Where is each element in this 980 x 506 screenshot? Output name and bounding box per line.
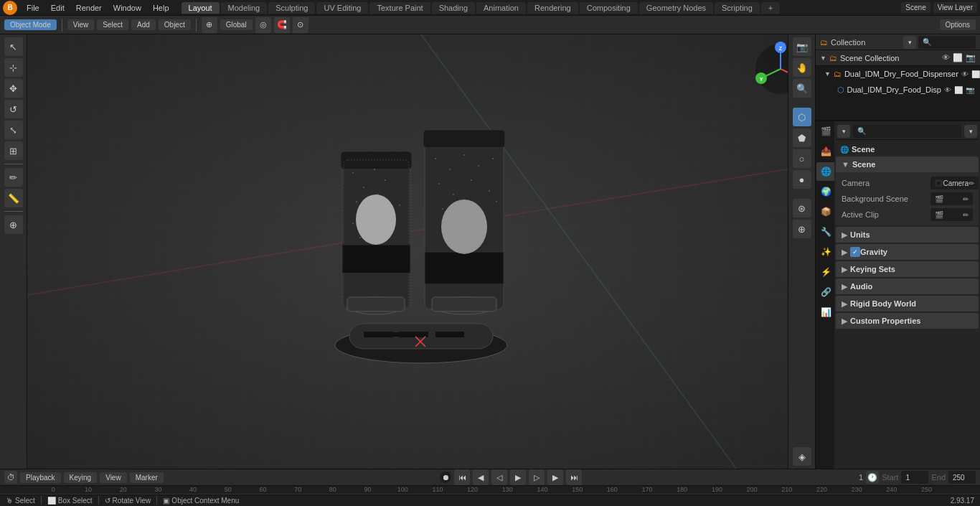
tool-cursor[interactable]: ⊹ [4, 58, 23, 77]
menu-render[interactable]: Render [71, 2, 107, 14]
props-options-btn[interactable]: ▾ [964, 125, 977, 138]
mode-selector[interactable]: Object Mode [4, 19, 57, 30]
workspace-tab-sculpting[interactable]: Sculpting [268, 2, 315, 14]
tool-scale[interactable]: ⤡ [4, 121, 23, 139]
camera-value[interactable]: ■ Camera ✏ [930, 177, 979, 189]
rigid-body-header[interactable]: ▶ Rigid Body World [836, 296, 979, 311]
props-filter-btn[interactable]: ▾ [837, 125, 850, 138]
tool-move[interactable]: ✥ [4, 79, 23, 98]
menu-help[interactable]: Help [148, 2, 174, 14]
workspace-tab-compositing[interactable]: Compositing [580, 2, 638, 14]
item-render-1[interactable]: 📷 [966, 86, 974, 94]
props-tab-output[interactable]: 📤 [816, 142, 835, 161]
vp-shading-material[interactable]: ○ [793, 149, 811, 168]
playback-btn[interactable]: Playback [20, 472, 61, 483]
outliner-search[interactable]: 🔍 [918, 36, 976, 49]
vp-xray[interactable]: ◈ [793, 447, 811, 466]
frame-clock-icon[interactable]: 🕐 [866, 471, 879, 484]
pivot-icon[interactable]: ◎ [255, 17, 271, 33]
next-keyframe-btn[interactable]: ▷ [529, 469, 545, 485]
marker-btn[interactable]: Marker [130, 472, 164, 483]
workspace-tab-texture[interactable]: Texture Paint [369, 2, 430, 14]
vp-shading-wire[interactable]: ⬡ [793, 108, 811, 126]
start-frame-input[interactable]: 1 [901, 471, 928, 484]
props-tab-constraints[interactable]: 🔗 [816, 283, 835, 301]
scene-subsection-header[interactable]: ▼ Scene [836, 156, 979, 172]
workspace-tab-rendering[interactable]: Rendering [527, 2, 578, 14]
vp-gizmo[interactable]: ⊕ [793, 220, 811, 238]
camera-edit-icon[interactable]: ✏ [969, 179, 974, 187]
keying-sets-header[interactable]: ▶ Keying Sets [836, 261, 979, 277]
prev-keyframe-btn[interactable]: ◁ [491, 469, 507, 485]
end-frame-input[interactable]: 250 [948, 471, 976, 484]
scene-select-icon[interactable]: ⬜ [953, 53, 963, 62]
tool-transform[interactable]: ⊞ [4, 141, 23, 160]
props-tab-scene[interactable]: 🌐 [816, 162, 835, 181]
outliner-item-0[interactable]: ▼ 🗂 Dual_IDM_Dry_Food_Dispenser 👁 ⬜ 📷 [816, 66, 980, 82]
workspace-tab-add[interactable]: + [761, 2, 780, 14]
play-btn[interactable]: ▶ [510, 469, 526, 485]
prev-frame-btn[interactable]: ◀ [473, 469, 489, 485]
proportional-icon[interactable]: ⊙ [293, 17, 308, 33]
workspace-tab-shading[interactable]: Shading [432, 2, 475, 14]
active-clip-value[interactable]: 🎬 ✏ [930, 208, 973, 221]
outliner-filter[interactable]: ▾ [903, 36, 916, 49]
background-scene-edit[interactable]: ✏ [963, 195, 969, 203]
item-select-1[interactable]: ⬜ [954, 86, 963, 94]
outliner-item-1[interactable]: ⬡ Dual_IDM_Dry_Food_Disp 👁 ⬜ 📷 [816, 82, 980, 98]
scene-collection-row[interactable]: ▼ 🗂 Scene Collection 👁 ⬜ 📷 [816, 50, 980, 66]
props-tab-physics[interactable]: ⚡ [816, 263, 835, 281]
jump-end-btn[interactable]: ⏭ [566, 469, 582, 485]
workspace-tab-modeling[interactable]: Modeling [221, 2, 268, 14]
props-tab-object[interactable]: 📦 [816, 202, 835, 221]
props-tab-particles[interactable]: ✨ [816, 243, 835, 261]
next-frame-btn[interactable]: ▶ [547, 469, 563, 485]
tool-add[interactable]: ⊕ [4, 215, 23, 234]
scene-eye-icon[interactable]: 👁 [942, 53, 950, 62]
tool-rotate[interactable]: ↺ [4, 100, 23, 118]
vp-shading-solid[interactable]: ⬟ [793, 128, 811, 147]
tool-annotate[interactable]: ✏ [4, 168, 23, 187]
custom-props-header[interactable]: ▶ Custom Properties [836, 313, 979, 329]
object-menu[interactable]: Object [159, 19, 191, 30]
workspace-tab-uv[interactable]: UV Editing [316, 2, 368, 14]
viewport-3d[interactable]: User Perspective (1) Scene Collection [27, 34, 815, 469]
select-menu[interactable]: Select [97, 19, 128, 30]
scene-background[interactable]: Z X Y 📷 🤚 🔍 ⬡ ⬟ [27, 34, 815, 469]
record-btn[interactable]: ⏺ [440, 472, 451, 483]
scene-selector[interactable]: Scene [901, 2, 930, 13]
transform-space[interactable]: Global [220, 19, 253, 30]
vp-shading-render[interactable]: ● [793, 170, 811, 189]
props-tab-render[interactable]: 🎬 [816, 122, 835, 141]
scene-render-icon[interactable]: 📷 [966, 53, 976, 62]
workspace-tab-animation[interactable]: Animation [476, 2, 526, 14]
menu-file[interactable]: File [22, 2, 44, 14]
units-header[interactable]: ▶ Units [836, 227, 979, 243]
view-layer-selector[interactable]: View Layer [933, 2, 977, 13]
props-tab-world[interactable]: 🌍 [816, 182, 835, 201]
workspace-tab-layout[interactable]: Layout [182, 2, 220, 14]
jump-start-btn[interactable]: ⏮ [454, 469, 470, 485]
timeline-mode-btn[interactable]: ⏱ [4, 471, 17, 484]
add-menu[interactable]: Add [131, 19, 156, 30]
tool-select[interactable]: ↖ [4, 37, 23, 56]
background-scene-value[interactable]: 🎬 ✏ [930, 192, 973, 205]
menu-window[interactable]: Window [108, 2, 146, 14]
workspace-tab-geometry[interactable]: Geometry Nodes [639, 2, 713, 14]
gravity-header[interactable]: ▶ ✓ Gravity [836, 244, 979, 260]
gravity-checkbox[interactable]: ✓ [850, 247, 860, 257]
item-select-0[interactable]: ⬜ [971, 70, 980, 78]
vp-overlay[interactable]: ⊛ [793, 199, 811, 217]
item-eye-0[interactable]: 👁 [961, 70, 969, 78]
tool-measure[interactable]: 📏 [4, 189, 23, 207]
timeline-view-btn[interactable]: View [100, 472, 127, 483]
props-tab-modifier[interactable]: 🔧 [816, 222, 835, 241]
workspace-tab-scripting[interactable]: Scripting [715, 2, 760, 14]
snap-icon[interactable]: 🧲 [274, 17, 290, 33]
view-menu[interactable]: View [67, 19, 95, 30]
vp-tool-hand[interactable]: 🤚 [793, 58, 811, 77]
audio-header[interactable]: ▶ Audio [836, 278, 979, 294]
props-search-input[interactable]: 🔍 [853, 125, 961, 138]
vp-tool-zoom[interactable]: 🔍 [793, 79, 811, 98]
keying-btn[interactable]: Keying [64, 472, 98, 483]
